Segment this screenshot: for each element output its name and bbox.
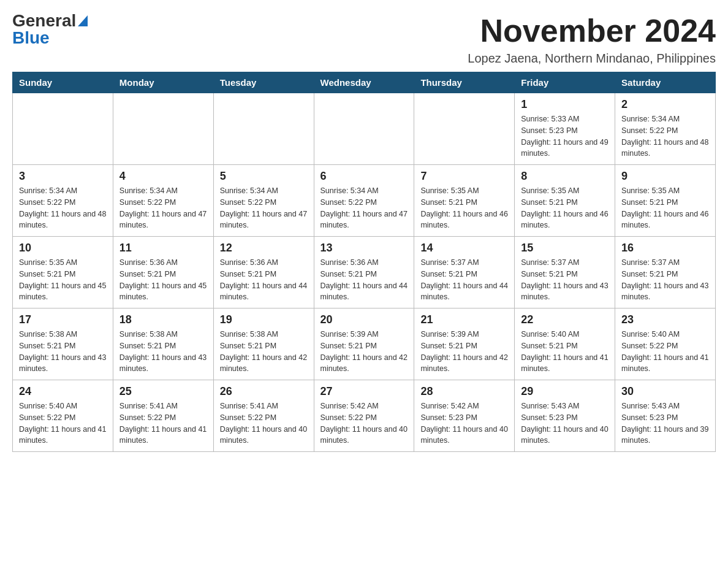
calendar-cell: 4Sunrise: 5:34 AMSunset: 5:22 PMDaylight…: [113, 165, 213, 237]
day-number: 30: [621, 385, 709, 398]
calendar-cell: [113, 93, 213, 165]
weekday-header-thursday: Thursday: [414, 72, 515, 93]
calendar-cell: [213, 93, 314, 165]
calendar-cell: 7Sunrise: 5:35 AMSunset: 5:21 PMDaylight…: [414, 165, 515, 237]
day-info: Sunrise: 5:34 AMSunset: 5:22 PMDaylight:…: [19, 185, 107, 231]
calendar-cell: 19Sunrise: 5:38 AMSunset: 5:21 PMDayligh…: [213, 308, 314, 380]
calendar-cell: 27Sunrise: 5:42 AMSunset: 5:22 PMDayligh…: [314, 380, 414, 452]
calendar-cell: 5Sunrise: 5:34 AMSunset: 5:22 PMDaylight…: [213, 165, 314, 237]
day-number: 29: [521, 385, 609, 398]
week-row-4: 17Sunrise: 5:38 AMSunset: 5:21 PMDayligh…: [13, 308, 716, 380]
day-number: 1: [521, 98, 609, 111]
day-info: Sunrise: 5:39 AMSunset: 5:21 PMDaylight:…: [320, 329, 408, 375]
day-number: 4: [119, 170, 207, 183]
calendar-cell: [314, 93, 414, 165]
day-info: Sunrise: 5:34 AMSunset: 5:22 PMDaylight:…: [320, 185, 408, 231]
day-number: 24: [19, 385, 107, 398]
week-row-1: 1Sunrise: 5:33 AMSunset: 5:23 PMDaylight…: [13, 93, 716, 165]
day-number: 18: [119, 313, 207, 326]
day-info: Sunrise: 5:38 AMSunset: 5:21 PMDaylight:…: [19, 329, 107, 375]
calendar-cell: 9Sunrise: 5:35 AMSunset: 5:21 PMDaylight…: [615, 165, 716, 237]
weekday-header-row: SundayMondayTuesdayWednesdayThursdayFrid…: [13, 72, 716, 93]
weekday-header-friday: Friday: [515, 72, 615, 93]
calendar-cell: 24Sunrise: 5:40 AMSunset: 5:22 PMDayligh…: [13, 380, 113, 452]
day-number: 13: [320, 242, 408, 255]
calendar-cell: 28Sunrise: 5:42 AMSunset: 5:23 PMDayligh…: [414, 380, 515, 452]
day-number: 20: [320, 313, 408, 326]
calendar-cell: 23Sunrise: 5:40 AMSunset: 5:22 PMDayligh…: [615, 308, 716, 380]
calendar-cell: 6Sunrise: 5:34 AMSunset: 5:22 PMDaylight…: [314, 165, 414, 237]
day-info: Sunrise: 5:33 AMSunset: 5:23 PMDaylight:…: [521, 113, 609, 159]
day-info: Sunrise: 5:35 AMSunset: 5:21 PMDaylight:…: [621, 185, 709, 231]
day-number: 23: [621, 313, 709, 326]
day-number: 27: [320, 385, 408, 398]
calendar-cell: 22Sunrise: 5:40 AMSunset: 5:21 PMDayligh…: [515, 308, 615, 380]
calendar-cell: 21Sunrise: 5:39 AMSunset: 5:21 PMDayligh…: [414, 308, 515, 380]
day-number: 28: [420, 385, 508, 398]
day-info: Sunrise: 5:37 AMSunset: 5:21 PMDaylight:…: [420, 257, 508, 303]
day-number: 9: [621, 170, 709, 183]
day-info: Sunrise: 5:36 AMSunset: 5:21 PMDaylight:…: [320, 257, 408, 303]
location-title: Lopez Jaena, Northern Mindanao, Philippi…: [468, 52, 716, 66]
weekday-header-sunday: Sunday: [13, 72, 113, 93]
day-number: 25: [119, 385, 207, 398]
calendar-cell: 17Sunrise: 5:38 AMSunset: 5:21 PMDayligh…: [13, 308, 113, 380]
day-number: 15: [521, 242, 609, 255]
day-info: Sunrise: 5:42 AMSunset: 5:22 PMDaylight:…: [320, 400, 408, 446]
weekday-header-saturday: Saturday: [615, 72, 716, 93]
calendar-cell: 18Sunrise: 5:38 AMSunset: 5:21 PMDayligh…: [113, 308, 213, 380]
logo-triangle-icon: [78, 15, 88, 26]
day-info: Sunrise: 5:36 AMSunset: 5:21 PMDaylight:…: [119, 257, 207, 303]
calendar-cell: 10Sunrise: 5:35 AMSunset: 5:21 PMDayligh…: [13, 237, 113, 308]
svg-marker-0: [78, 15, 88, 26]
day-number: 5: [220, 170, 308, 183]
day-number: 3: [19, 170, 107, 183]
day-info: Sunrise: 5:40 AMSunset: 5:21 PMDaylight:…: [521, 329, 609, 375]
weekday-header-wednesday: Wednesday: [314, 72, 414, 93]
calendar-cell: 3Sunrise: 5:34 AMSunset: 5:22 PMDaylight…: [13, 165, 113, 237]
calendar-cell: 14Sunrise: 5:37 AMSunset: 5:21 PMDayligh…: [414, 237, 515, 308]
day-info: Sunrise: 5:43 AMSunset: 5:23 PMDaylight:…: [521, 400, 609, 446]
day-number: 2: [621, 98, 709, 111]
day-number: 8: [521, 170, 609, 183]
day-info: Sunrise: 5:34 AMSunset: 5:22 PMDaylight:…: [220, 185, 308, 231]
page-header: General Blue November 2024 Lopez Jaena, …: [12, 12, 716, 66]
day-info: Sunrise: 5:40 AMSunset: 5:22 PMDaylight:…: [19, 400, 107, 446]
calendar-cell: 20Sunrise: 5:39 AMSunset: 5:21 PMDayligh…: [314, 308, 414, 380]
day-info: Sunrise: 5:38 AMSunset: 5:21 PMDaylight:…: [220, 329, 308, 375]
day-number: 26: [220, 385, 308, 398]
day-number: 10: [19, 242, 107, 255]
calendar-cell: [414, 93, 515, 165]
day-number: 19: [220, 313, 308, 326]
day-info: Sunrise: 5:39 AMSunset: 5:21 PMDaylight:…: [420, 329, 508, 375]
day-info: Sunrise: 5:38 AMSunset: 5:21 PMDaylight:…: [119, 329, 207, 375]
day-number: 11: [119, 242, 207, 255]
day-number: 22: [521, 313, 609, 326]
day-info: Sunrise: 5:42 AMSunset: 5:23 PMDaylight:…: [420, 400, 508, 446]
day-info: Sunrise: 5:43 AMSunset: 5:23 PMDaylight:…: [621, 400, 709, 446]
logo-blue-text: Blue: [12, 29, 50, 47]
weekday-header-monday: Monday: [113, 72, 213, 93]
logo: General Blue: [12, 12, 88, 47]
calendar-cell: 2Sunrise: 5:34 AMSunset: 5:22 PMDaylight…: [615, 93, 716, 165]
week-row-3: 10Sunrise: 5:35 AMSunset: 5:21 PMDayligh…: [13, 237, 716, 308]
day-info: Sunrise: 5:40 AMSunset: 5:22 PMDaylight:…: [621, 329, 709, 375]
title-area: November 2024 Lopez Jaena, Northern Mind…: [468, 12, 716, 66]
day-number: 21: [420, 313, 508, 326]
day-info: Sunrise: 5:34 AMSunset: 5:22 PMDaylight:…: [621, 113, 709, 159]
day-info: Sunrise: 5:35 AMSunset: 5:21 PMDaylight:…: [19, 257, 107, 303]
calendar-cell: 29Sunrise: 5:43 AMSunset: 5:23 PMDayligh…: [515, 380, 615, 452]
day-number: 7: [420, 170, 508, 183]
weekday-header-tuesday: Tuesday: [213, 72, 314, 93]
week-row-2: 3Sunrise: 5:34 AMSunset: 5:22 PMDaylight…: [13, 165, 716, 237]
day-info: Sunrise: 5:36 AMSunset: 5:21 PMDaylight:…: [220, 257, 308, 303]
day-info: Sunrise: 5:37 AMSunset: 5:21 PMDaylight:…: [521, 257, 609, 303]
month-title: November 2024: [468, 12, 716, 49]
calendar-cell: 11Sunrise: 5:36 AMSunset: 5:21 PMDayligh…: [113, 237, 213, 308]
calendar-cell: 26Sunrise: 5:41 AMSunset: 5:22 PMDayligh…: [213, 380, 314, 452]
day-info: Sunrise: 5:41 AMSunset: 5:22 PMDaylight:…: [119, 400, 207, 446]
calendar-cell: 30Sunrise: 5:43 AMSunset: 5:23 PMDayligh…: [615, 380, 716, 452]
day-info: Sunrise: 5:35 AMSunset: 5:21 PMDaylight:…: [521, 185, 609, 231]
day-number: 16: [621, 242, 709, 255]
calendar-cell: 8Sunrise: 5:35 AMSunset: 5:21 PMDaylight…: [515, 165, 615, 237]
